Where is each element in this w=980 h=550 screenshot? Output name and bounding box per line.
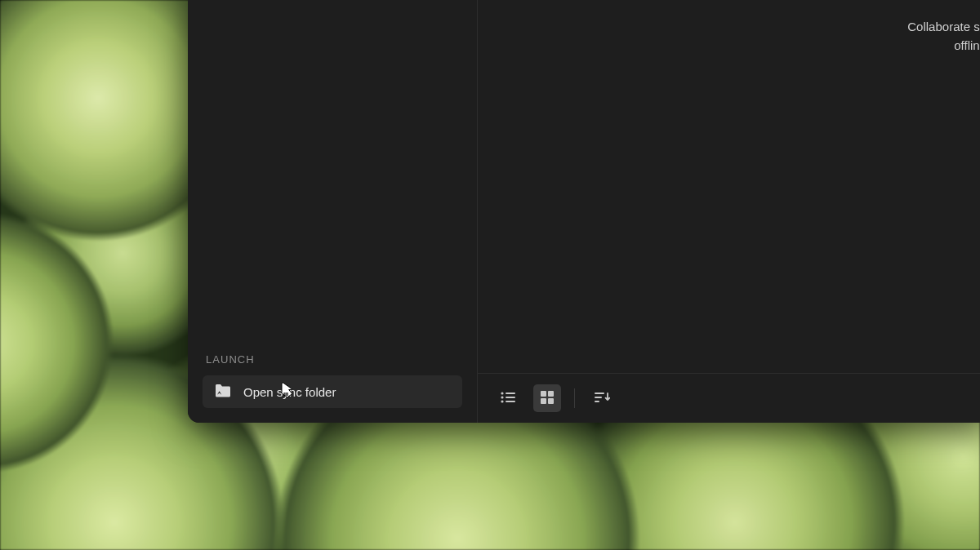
- collaborate-line-1: Collaborate se: [907, 18, 980, 37]
- launch-section: LAUNCH Open sync folder: [188, 353, 477, 423]
- view-toolbar: [478, 373, 980, 423]
- sort-button[interactable]: [588, 384, 616, 412]
- svg-rect-12: [595, 401, 599, 402]
- app-window: LAUNCH Open sync folder Collaborate se: [188, 0, 980, 423]
- grid-view-icon: [540, 390, 555, 407]
- sidebar-empty-area: [188, 0, 477, 353]
- svg-rect-6: [541, 391, 546, 397]
- svg-rect-9: [548, 398, 554, 404]
- folder-sync-icon: [214, 384, 232, 401]
- open-sync-folder-button[interactable]: Open sync folder: [203, 375, 462, 408]
- sidebar: LAUNCH Open sync folder: [188, 0, 478, 423]
- list-view-icon: [500, 391, 516, 406]
- svg-rect-7: [548, 391, 554, 397]
- collaborate-line-2: offline: [907, 37, 980, 55]
- launch-section-header: LAUNCH: [206, 353, 462, 366]
- open-sync-folder-label: Open sync folder: [243, 385, 336, 399]
- main-panel: Collaborate se offline: [478, 0, 980, 423]
- desktop: LAUNCH Open sync folder Collaborate se: [0, 0, 980, 550]
- svg-rect-10: [595, 393, 604, 394]
- svg-rect-1: [506, 393, 515, 394]
- svg-point-0: [501, 392, 503, 394]
- main-body: Collaborate se offline: [478, 0, 980, 373]
- svg-rect-5: [506, 401, 515, 402]
- svg-rect-8: [541, 398, 546, 404]
- toolbar-separator: [574, 388, 575, 408]
- list-view-button[interactable]: [494, 384, 522, 412]
- svg-rect-11: [595, 397, 602, 398]
- svg-point-2: [501, 396, 503, 398]
- sort-icon: [594, 391, 610, 406]
- grid-view-button[interactable]: [533, 384, 561, 412]
- svg-rect-3: [506, 397, 515, 398]
- svg-point-4: [501, 400, 503, 402]
- collaborate-status-text: Collaborate se offline: [907, 18, 980, 55]
